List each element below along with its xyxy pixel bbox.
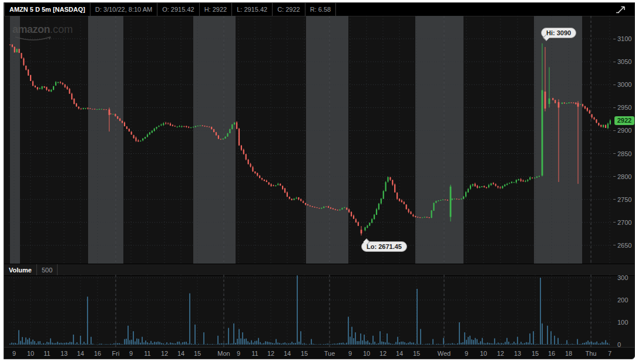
hour-tick-label: 11 [38,350,56,357]
hour-tick-label: 12 [262,350,280,357]
trend-line-icon[interactable] [607,3,634,16]
axis-tick [613,107,616,108]
watermark-regular: .com [50,23,73,35]
chart-header-bar: AMZN 5 D 5m [NASDAQ] D: 3/10/22, 8:10 AM… [4,3,634,16]
hour-tick-label: 10 [22,350,39,357]
axis-tick [613,153,616,154]
price-tick-label: 3100 [617,36,635,42]
day-tick-label: Wed [435,350,453,357]
hour-tick-label: 10 [475,350,492,357]
hour-tick-label: 9 [122,350,140,357]
axis-tick [613,199,616,200]
hour-tick-label: 9 [458,350,475,357]
axis-tick [613,85,616,85]
hour-tick-label: 13 [55,350,73,357]
price-tick-label: 2900 [617,127,635,134]
volume-tick-label: 300 [617,275,635,281]
price-tick-label: 2800 [617,174,635,180]
candlestick-chart[interactable] [9,16,613,264]
chart-window: AMZN 5 D 5m [NASDAQ] D: 3/10/22, 8:10 AM… [4,2,635,359]
price-tick-label: 2950 [617,105,635,111]
header-spacer [336,3,607,16]
price-tick-label: 3000 [617,82,635,88]
hour-tick-label: 9 [341,350,359,357]
hour-tick-label: 16 [89,350,106,357]
price-tick-label: 2750 [617,197,635,203]
ohlc-field: L: 2915.42 [232,3,273,16]
volume-pane[interactable]: 3002001000 [4,275,635,347]
volume-title[interactable]: Volume [4,264,37,275]
ohlc-field: O: 2915.42 [157,3,199,16]
last-price-badge: 2922 [614,116,634,125]
price-tick-label: 2850 [617,151,635,157]
hour-tick-label: 9 [230,350,247,357]
high-annotation: Hi: 3090 [541,28,576,38]
day-tick-label: Tue [321,350,338,357]
hour-tick-label: 15 [408,350,425,357]
hour-tick-label: 12 [374,350,392,357]
volume-tick-label: 100 [617,319,635,326]
hour-tick-label: 15 [295,350,313,357]
watermark-bold: amazon [12,23,50,35]
axis-tick [613,62,616,62]
hour-tick-label: 11 [139,350,156,357]
hour-tick-label: 12 [492,350,509,357]
hour-tick-label: 9 [5,350,23,357]
axis-tick [613,176,616,177]
hour-tick-label: 14 [72,350,89,357]
axis-tick [613,222,616,223]
symbol-label: AMZN 5 D 5m [NASDAQ] [4,3,90,16]
ohlc-field: D: 3/10/22, 8:10 AM [90,3,157,16]
axis-tick [613,39,616,39]
hour-tick-label: 13 [509,350,526,357]
ohlc-readout: D: 3/10/22, 8:10 AMO: 2915.42H: 2922L: 2… [90,3,336,16]
hour-tick-label: 11 [246,350,264,357]
price-tick-label: 2700 [617,220,635,226]
volume-header-bar: Volume 500 [4,264,635,276]
volume-chart[interactable] [9,275,613,347]
hour-tick-label: 18 [560,350,577,357]
price-tick-label: 3050 [617,59,635,65]
price-tick-label: 2650 [617,242,635,249]
hour-tick-label: 7 [601,350,619,357]
hour-tick-label: 14 [391,350,408,357]
hour-tick-label: 10 [358,350,375,357]
ohlc-field: H: 2922 [200,3,233,16]
hour-tick-label: 15 [526,350,544,357]
hour-tick-label: 12 [156,350,173,357]
hour-tick-label: 16 [543,350,560,357]
hour-tick-label: 14 [172,350,190,357]
axis-tick [613,130,616,131]
day-tick-label: Thu [582,350,600,357]
ohlc-field: R: 6.58 [305,3,336,16]
volume-tick-label: 200 [617,297,635,304]
price-pane[interactable]: amazon.com Hi: 3090 Lo: 2671.45 31003050… [4,16,635,264]
volume-param: 500 [37,264,58,275]
hour-tick-label: 14 [278,350,296,357]
amazon-watermark: amazon.com [12,23,73,36]
hour-tick-label: 15 [189,350,206,357]
ohlc-field: C: 2922 [273,3,305,16]
time-axis: 91011131416Fri911121415Mon911121415Tue91… [4,347,635,359]
low-annotation: Lo: 2671.45 [361,241,407,252]
axis-tick [613,245,616,245]
